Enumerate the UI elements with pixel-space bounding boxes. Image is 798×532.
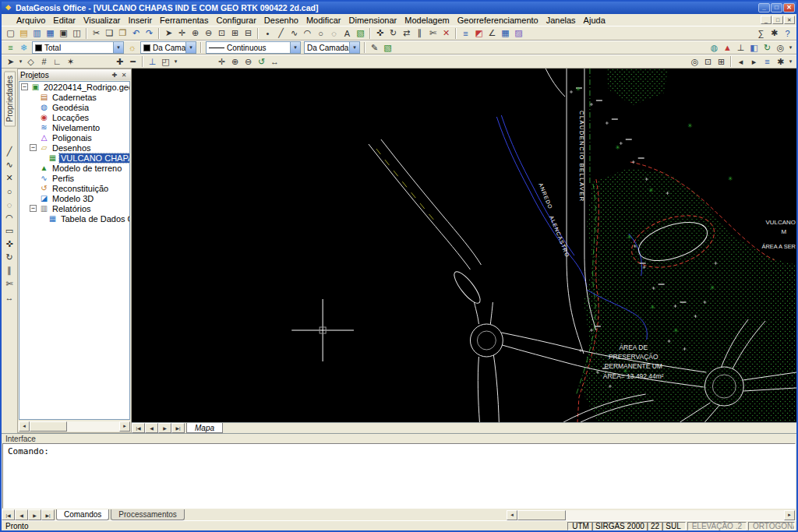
tree-item-modelo-3d[interactable]: ◪ Modelo 3D [19, 193, 129, 203]
zoom-out-icon[interactable]: ⊖ [202, 27, 215, 40]
georeference-icon[interactable]: ◍ [708, 41, 721, 54]
tree-item-nivelamento[interactable]: ≋ Nivelamento [19, 122, 129, 132]
minimize-button[interactable]: _ [758, 3, 770, 12]
chevron-down-icon[interactable]: ▾ [349, 42, 359, 53]
erase-icon[interactable]: ✕ [440, 27, 453, 40]
tree-item-vulcano-drawing[interactable]: ▦ VULCANO CHAPAS IN... [19, 153, 129, 163]
undo-icon[interactable]: ↶ [129, 27, 143, 40]
chevron-down-icon[interactable]: ▾ [17, 55, 24, 68]
tree-item-geodesia[interactable]: ◍ Geodésia [19, 102, 129, 112]
command-area[interactable]: Comando: [2, 443, 796, 509]
point-icon[interactable]: • [261, 27, 274, 40]
measure-icon[interactable]: ∠ [486, 27, 499, 40]
menu-inserir[interactable]: Inserir [125, 16, 157, 25]
tree-item-cadernetas[interactable]: ▤ Cadernetas [19, 92, 129, 102]
layer-tools-icon[interactable]: ≡ [761, 55, 774, 68]
menu-janelas[interactable]: Janelas [542, 16, 580, 25]
linetype-combo[interactable]: Continuous ▾ [206, 41, 301, 54]
pin-icon[interactable]: ✚ [110, 71, 119, 79]
regen-icon[interactable]: ↺ [255, 55, 268, 68]
layer-on-off-icon[interactable]: ☼ [125, 41, 139, 54]
tree-item-reconstituicao[interactable]: ↺ Reconstituição [19, 183, 129, 193]
hatch-icon[interactable]: ▧ [354, 27, 367, 40]
table-icon[interactable]: ▦ [499, 27, 512, 40]
chevron-down-icon[interactable]: ▾ [172, 55, 179, 68]
mdi-restore-button[interactable]: □ [772, 16, 783, 24]
axes-icon[interactable]: ⊥ [734, 41, 747, 54]
select-mode-icon[interactable]: ➤ [4, 55, 17, 68]
arc-tool-icon[interactable]: ◠ [3, 211, 16, 224]
last-sheet-icon[interactable]: ▶| [171, 423, 185, 433]
tab-comandos[interactable]: Comandos [56, 509, 109, 520]
ortho-mode-icon[interactable]: ∟ [51, 55, 64, 68]
previous-view-icon[interactable]: ◂ [734, 55, 747, 68]
status-ortho-toggle[interactable]: ORTOGONA [748, 522, 795, 530]
named-views-icon[interactable]: ◰ [159, 55, 172, 68]
trim-tool-icon[interactable]: ✄ [3, 277, 16, 291]
pan-view-icon[interactable]: ✛ [215, 55, 228, 68]
open-file-icon[interactable]: ▤ [17, 27, 30, 40]
ellipse-tool-icon[interactable]: ◌ [3, 198, 16, 211]
expander-icon[interactable]: − [30, 144, 37, 151]
status-elevation-toggle[interactable]: ELEVAÇÃO .2 [687, 522, 747, 530]
scroll-right-icon[interactable]: ▸ [119, 421, 130, 432]
last-tab-icon[interactable]: ▶| [41, 509, 55, 520]
zoom-realtime-icon[interactable]: ⊕ [228, 55, 242, 68]
orbit-view-icon[interactable]: ◎ [688, 55, 701, 68]
properties-panel-tab[interactable]: Propriedades [4, 71, 16, 126]
tab-mapa[interactable]: Mapa [186, 423, 223, 433]
scrollbar-thumb[interactable] [517, 510, 566, 520]
next-view-icon[interactable]: ▸ [747, 55, 761, 68]
layers-icon[interactable]: ≡ [459, 27, 472, 40]
color-combo[interactable]: Da Camada ▾ [140, 41, 196, 54]
expander-icon[interactable]: − [30, 205, 37, 212]
zoom-extents-view-icon[interactable]: ⊞ [715, 55, 728, 68]
menu-ajuda[interactable]: Ajuda [580, 16, 609, 25]
mirror-icon[interactable]: ⇄ [400, 27, 413, 40]
tree-item-modelo-de-terreno[interactable]: ▲ Modelo de terreno [19, 163, 129, 173]
move-tool-icon[interactable]: ✜ [3, 238, 16, 251]
copy-icon[interactable]: ❏ [103, 27, 116, 40]
grid-snap-icon[interactable]: # [37, 55, 51, 68]
menu-modelagem[interactable]: Modelagem [401, 16, 453, 25]
scrollbar-track[interactable] [30, 421, 119, 432]
tree-item-locacoes[interactable]: ◉ Locações [19, 112, 129, 122]
move-icon[interactable]: ✜ [373, 27, 387, 40]
menu-modificar[interactable]: Modificar [302, 16, 345, 25]
title-bar[interactable]: ❖ DataGeosis Office - [VULCANO CHAPAS IN… [2, 2, 796, 14]
save-icon[interactable]: ▥ [30, 27, 44, 40]
menu-dimensionar[interactable]: Dimensionar [345, 16, 401, 25]
print-preview-icon[interactable]: ◫ [70, 27, 83, 40]
zoom-window-icon[interactable]: ⊡ [215, 27, 228, 40]
menu-ferramentas[interactable]: Ferramentas [156, 16, 212, 25]
object-track-icon[interactable]: ✚ [113, 55, 126, 68]
lineweight-display-icon[interactable]: ━ [126, 55, 139, 68]
projects-hscrollbar[interactable]: ◂ ▸ [19, 421, 130, 432]
zoom-out-view-icon[interactable]: ⊖ [242, 55, 255, 68]
chevron-down-icon[interactable]: ▾ [787, 55, 794, 68]
menu-configurar[interactable]: Configurar [212, 16, 260, 25]
previous-sheet-icon[interactable]: ◀ [145, 423, 158, 433]
tree-item-poligonais[interactable]: △ Poligonais [19, 132, 129, 143]
tree-item-perfis[interactable]: ∿ Perfis [19, 173, 129, 183]
first-sheet-icon[interactable]: |◀ [132, 423, 145, 433]
tree-item-project-root[interactable]: − ▣ 20220414_Rodrigo.geoprojec [19, 82, 129, 92]
match-properties-icon[interactable]: ✎ [368, 41, 381, 54]
zoom-in-icon[interactable]: ⊕ [189, 27, 202, 40]
image-icon[interactable]: ▨ [512, 27, 525, 40]
north-arrow-icon[interactable]: ▲ [721, 41, 734, 54]
close-icon[interactable]: ✕ [119, 71, 129, 79]
maximize-button[interactable]: □ [771, 3, 782, 12]
layer-freeze-icon[interactable]: ❄ [17, 41, 30, 54]
zoom-previous-icon[interactable]: ⊟ [242, 27, 255, 40]
layer-manager-icon[interactable]: ≡ [4, 41, 17, 54]
polyline-tool-icon[interactable]: ∿ [3, 158, 16, 171]
lineweight-combo[interactable]: Da Camada ▾ [304, 41, 360, 54]
offset-icon[interactable]: ∥ [413, 27, 426, 40]
chevron-down-icon[interactable]: ▾ [113, 42, 123, 53]
text-icon[interactable]: A [341, 27, 354, 40]
command-hscrollbar[interactable]: ◂ ▸ [507, 509, 796, 520]
layer-combo[interactable]: Total ▾ [32, 41, 124, 54]
line-tool-icon[interactable]: ╱ [3, 145, 16, 158]
cut-icon[interactable]: ✂ [90, 27, 103, 40]
